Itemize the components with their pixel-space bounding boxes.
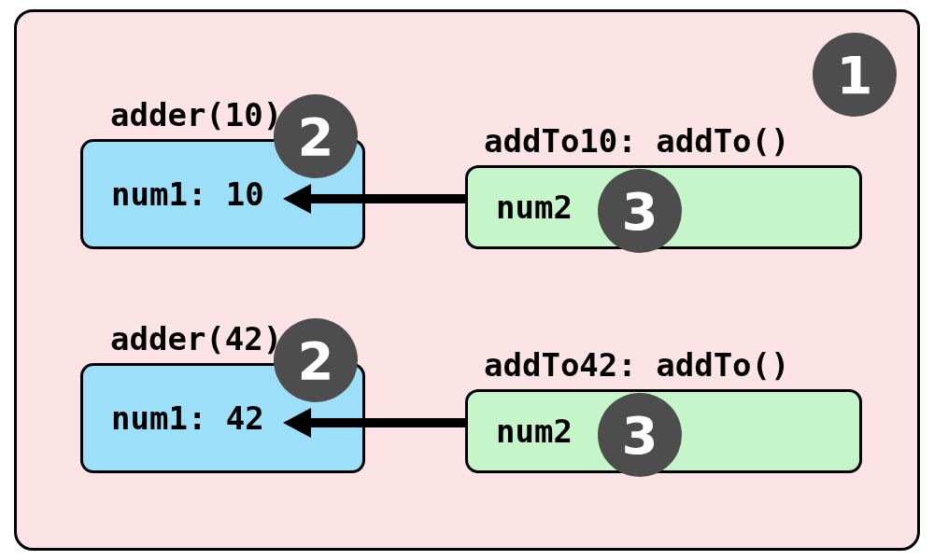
arrow-2 bbox=[283, 404, 470, 441]
addto-label-2: addTo42: addTo() bbox=[484, 346, 790, 384]
badge-adder-2: 2 bbox=[274, 318, 358, 402]
addto-content-2: num2 bbox=[496, 413, 573, 450]
adder-label-2: adder(42) bbox=[110, 320, 282, 357]
addto-label-1: addTo10: addTo() bbox=[484, 122, 790, 160]
scope-container-outer: 1 adder(10) num1: 10 2 addTo10: addTo() … bbox=[14, 9, 920, 551]
arrow-1 bbox=[283, 180, 470, 217]
addto-content-1: num2 bbox=[496, 189, 573, 226]
adder-label-1: adder(10) bbox=[110, 96, 282, 133]
badge-addto-2: 3 bbox=[598, 393, 682, 477]
badge-outer-scope: 1 bbox=[813, 33, 897, 117]
svg-marker-3 bbox=[283, 408, 311, 438]
adder-content-1: num1: 10 bbox=[111, 175, 264, 213]
adder-content-2: num1: 42 bbox=[111, 399, 264, 437]
badge-adder-1: 2 bbox=[274, 94, 358, 178]
badge-addto-1: 3 bbox=[598, 169, 682, 253]
svg-marker-1 bbox=[283, 184, 311, 214]
